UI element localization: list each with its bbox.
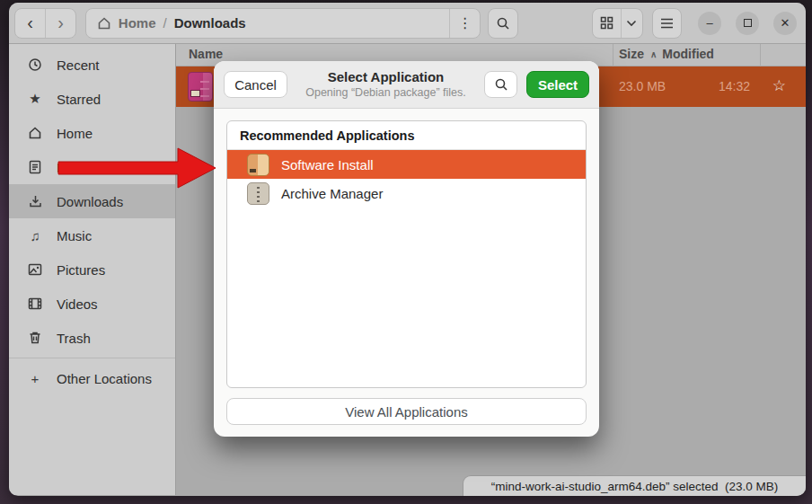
window-controls: – ✕ — [698, 12, 806, 35]
desktop: ‹ › Home / Downloads ⋮ — [0, 0, 812, 504]
dialog-title-block: Select Application Opening “Debian packa… — [287, 69, 484, 100]
application-list: Recommended Applications Software Instal… — [226, 120, 587, 388]
file-size: 23.0 MB — [619, 79, 666, 93]
archive-manager-icon — [247, 182, 269, 205]
sidebar-item-label: Other Locations — [57, 371, 152, 386]
breadcrumb[interactable]: Home / Downloads ⋮ — [85, 8, 481, 39]
document-icon — [27, 160, 43, 174]
breadcrumb-home[interactable]: Home — [119, 15, 156, 31]
cancel-button[interactable]: Cancel — [224, 71, 287, 98]
file-modified-time: 14:32 — [719, 79, 750, 93]
sidebar-item-label: Downloads — [57, 194, 123, 209]
sidebar-item-recent[interactable]: Recent — [9, 48, 175, 82]
dialog-title: Select Application — [287, 69, 484, 86]
back-button[interactable]: ‹ — [15, 9, 45, 38]
dialog-search-button[interactable] — [484, 71, 517, 98]
search-icon — [494, 77, 508, 92]
maximize-button[interactable] — [736, 12, 759, 35]
sidebar-item-label: Pictures — [57, 262, 105, 278]
star-icon: ★ — [27, 91, 43, 107]
app-name: Software Install — [281, 157, 374, 172]
home-icon — [27, 126, 43, 140]
sidebar-item-starred[interactable]: ★ Starred — [9, 82, 175, 116]
sidebar-item-music[interactable]: ♫ Music — [9, 218, 175, 252]
sidebar-item-trash[interactable]: Trash — [9, 321, 175, 355]
sidebar-item-label: Starred — [57, 92, 101, 107]
chevron-down-icon — [626, 20, 637, 27]
sidebar-item-videos[interactable]: Videos — [9, 287, 175, 321]
column-header-name[interactable]: Name — [189, 47, 223, 61]
trash-icon — [27, 331, 43, 345]
breadcrumb-separator: / — [163, 15, 166, 31]
clock-icon — [27, 57, 43, 72]
column-header-modified-label: Modified — [662, 47, 714, 61]
deb-package-icon — [188, 72, 213, 102]
sidebar-item-label: Recent — [57, 57, 100, 73]
sidebar-item-pictures[interactable]: Pictures — [9, 252, 175, 287]
sidebar-item-other-locations[interactable]: + Other Locations — [9, 361, 175, 395]
sidebar-item-label: Music — [57, 228, 92, 243]
app-row-archive-manager[interactable]: Archive Manager — [227, 179, 586, 208]
view-options-button[interactable] — [621, 9, 641, 38]
app-name: Archive Manager — [281, 186, 383, 201]
column-header-size[interactable]: Size — [619, 47, 644, 61]
star-outline-icon[interactable]: ☆ — [772, 76, 786, 95]
search-button[interactable] — [488, 8, 517, 39]
column-divider[interactable] — [760, 44, 761, 66]
forward-button[interactable]: › — [45, 9, 75, 38]
view-all-applications-button[interactable]: View All Applications — [226, 398, 587, 425]
grid-view-button[interactable] — [593, 9, 622, 38]
hamburger-icon — [660, 18, 674, 29]
search-icon — [496, 16, 510, 31]
sidebar-item-label: Trash — [57, 331, 91, 346]
view-switcher — [592, 8, 643, 39]
grid-icon — [600, 16, 613, 30]
header-bar: ‹ › Home / Downloads ⋮ — [9, 3, 806, 44]
picture-icon — [27, 263, 43, 276]
path-menu-button[interactable]: ⋮ — [449, 9, 480, 38]
software-install-icon — [247, 154, 269, 176]
dialog-header: Cancel Select Application Opening “Debia… — [214, 61, 599, 109]
maximize-icon — [744, 19, 752, 27]
video-icon — [27, 297, 43, 310]
section-header: Recommended Applications — [227, 121, 586, 150]
status-bar: “mind-work-ai-studio_arm64.deb” selected… — [463, 475, 806, 496]
history-nav: ‹ › — [14, 8, 76, 39]
sidebar-item-label: Home — [57, 126, 93, 141]
select-button[interactable]: Select — [526, 71, 589, 98]
column-divider[interactable] — [613, 44, 613, 66]
breadcrumb-current[interactable]: Downloads — [174, 15, 246, 31]
status-text: “mind-work-ai-studio_arm64.deb” selected… — [491, 480, 779, 493]
app-row-software-install[interactable]: Software Install — [227, 150, 586, 179]
minimize-button[interactable]: – — [698, 12, 721, 35]
sort-ascending-icon: ∧ — [650, 49, 657, 59]
select-application-dialog: Cancel Select Application Opening “Debia… — [214, 61, 599, 437]
dialog-subtitle: Opening “Debian package” files. — [287, 86, 484, 101]
plus-icon: + — [27, 371, 43, 386]
column-header-modified[interactable]: ∧ Modified — [650, 47, 714, 61]
download-icon — [27, 194, 43, 208]
sidebar: Recent ★ Starred Home Docume — [9, 44, 176, 495]
sidebar-item-label: Videos — [57, 296, 98, 312]
main-menu-button[interactable] — [652, 8, 682, 39]
home-icon — [97, 16, 111, 31]
sidebar-separator — [9, 358, 175, 358]
music-note-icon: ♫ — [27, 228, 43, 243]
annotation-arrow — [54, 142, 220, 194]
close-button[interactable]: ✕ — [773, 12, 797, 35]
